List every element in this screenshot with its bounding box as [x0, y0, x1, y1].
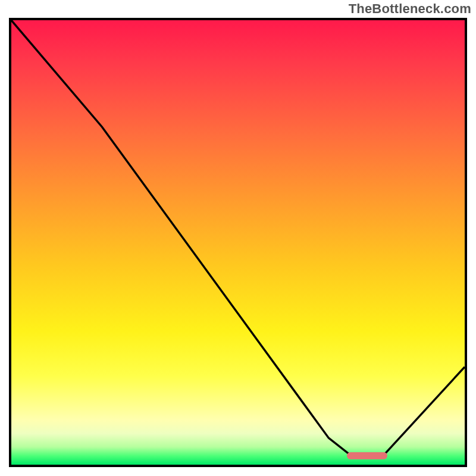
bottleneck-curve — [11, 20, 465, 465]
curve-path — [11, 20, 465, 456]
chart-container: TheBottleneck.com — [0, 0, 476, 476]
watermark-text: TheBottleneck.com — [349, 1, 471, 17]
optimal-range-marker — [347, 452, 388, 459]
plot-frame — [9, 18, 467, 467]
